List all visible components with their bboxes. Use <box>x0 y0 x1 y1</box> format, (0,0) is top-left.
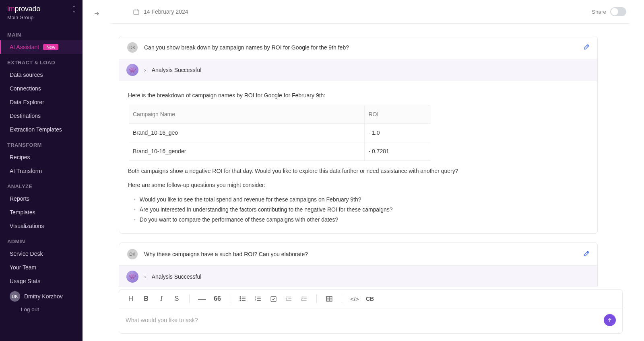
sidebar-item-data-explorer[interactable]: Data Explorer <box>0 95 83 109</box>
separator <box>189 294 190 303</box>
ordered-list-button[interactable]: 123 <box>251 293 265 305</box>
chat-scroll[interactable]: DK Can you show break down by campaign n… <box>111 24 630 287</box>
checkbox-icon <box>270 296 277 302</box>
sidebar-item-ai-transform[interactable]: AI Transform <box>0 164 83 178</box>
date-picker[interactable]: 14 February 2024 <box>111 8 188 15</box>
logout-link[interactable]: Log out <box>0 304 83 317</box>
table-button[interactable] <box>322 293 336 305</box>
strike-button[interactable]: S <box>170 293 184 305</box>
sidebar-item-label: Templates <box>10 209 35 216</box>
topbar: 14 February 2024 Share <box>111 0 630 24</box>
send-button[interactable] <box>604 314 616 326</box>
sidebar-item-usage-stats[interactable]: Usage Stats <box>0 274 83 288</box>
arrow-up-icon <box>607 317 613 323</box>
svg-point-1 <box>240 297 241 298</box>
sidebar-item-templates[interactable]: Templates <box>0 205 83 219</box>
table-row: Brand_10-16_geo - 1.0 <box>129 124 431 142</box>
logo-suffix: provado <box>15 5 41 13</box>
sidebar: improvado ⌃⌄ Main Group MAIN AI Assistan… <box>0 0 83 341</box>
section-transform: TRANSFORM <box>0 136 83 150</box>
chevron-right-icon: › <box>144 273 146 280</box>
sidebar-item-visualizations[interactable]: Visualizations <box>0 219 83 233</box>
roi-table: Campaign Name ROI Brand_10-16_geo - 1.0 … <box>129 105 431 161</box>
sidebar-item-destinations[interactable]: Destinations <box>0 109 83 123</box>
sidebar-item-data-sources[interactable]: Data sources <box>0 68 83 82</box>
sidebar-item-label: Service Desk <box>10 251 43 257</box>
composer-toolbar: H B I S — 66 123 </> CB <box>119 290 622 308</box>
sidebar-item-recipes[interactable]: Recipes <box>0 150 83 164</box>
table-icon <box>326 295 333 302</box>
cell: - 1.0 <box>364 124 431 142</box>
bullet-list-button[interactable] <box>236 293 250 305</box>
user-message-row: DK Why these campaigns have a such bad R… <box>119 243 597 266</box>
sidebar-collapse[interactable] <box>83 0 111 341</box>
svg-rect-0 <box>134 10 139 14</box>
heading-button[interactable]: H <box>124 293 138 305</box>
cell: - 0.7281 <box>364 142 431 161</box>
group-name[interactable]: Main Group <box>0 14 83 26</box>
edit-icon[interactable] <box>583 43 590 51</box>
svg-rect-7 <box>271 296 276 302</box>
th-campaign: Campaign Name <box>129 105 364 124</box>
sidebar-item-extraction-templates[interactable]: Extraction Templates <box>0 123 83 136</box>
bold-button[interactable]: B <box>139 293 153 305</box>
user-profile[interactable]: DK Dmitry Korzhov <box>0 288 83 304</box>
group-switcher-icon[interactable]: ⌃⌄ <box>72 6 76 12</box>
table-row: Brand_10-16_gender - 0.7281 <box>129 142 431 161</box>
code-button[interactable]: </> <box>348 293 361 305</box>
italic-button[interactable]: I <box>155 293 168 305</box>
checklist-button[interactable] <box>266 293 280 305</box>
message-block: DK Can you show break down by campaign n… <box>119 36 598 234</box>
cell: Brand_10-16_geo <box>129 124 364 142</box>
svg-text:3: 3 <box>255 300 256 302</box>
share-toggle[interactable] <box>610 7 626 16</box>
sidebar-item-label: Visualizations <box>10 223 44 229</box>
indent-button[interactable] <box>297 293 311 305</box>
status-row[interactable]: 👾 › Analysis Successful <box>119 59 597 81</box>
date-label: 14 February 2024 <box>144 8 188 15</box>
sidebar-item-label: Connections <box>10 85 41 92</box>
sidebar-item-label: Reports <box>10 195 29 202</box>
user-message-row: DK Can you show break down by campaign n… <box>119 36 597 59</box>
sidebar-item-service-desk[interactable]: Service Desk <box>0 247 83 261</box>
bot-answer: Here is the breakdown of campaign names … <box>119 81 597 233</box>
list-ul-icon <box>239 295 246 302</box>
sidebar-item-label: AI Transform <box>10 168 42 174</box>
outdent-button[interactable] <box>282 293 295 305</box>
status-text: Analysis Successful <box>152 67 202 73</box>
sidebar-item-ai-assistant[interactable]: AI Assistant New <box>0 40 83 54</box>
status-row[interactable]: 👾 › Analysis Successful <box>119 266 597 287</box>
separator <box>230 294 230 303</box>
sidebar-item-label: Data Explorer <box>10 99 44 105</box>
hr-button[interactable]: — <box>195 293 209 305</box>
quote-button[interactable]: 66 <box>211 293 224 305</box>
composer-input[interactable] <box>126 317 599 323</box>
codeblock-button[interactable]: CB <box>363 293 377 305</box>
user-avatar: DK <box>127 42 138 53</box>
section-admin: ADMIN <box>0 233 83 247</box>
message-block: DK Why these campaigns have a such bad R… <box>119 242 598 287</box>
sidebar-item-your-team[interactable]: Your Team <box>0 261 83 274</box>
edit-icon[interactable] <box>583 250 590 258</box>
badge-new: New <box>43 44 58 50</box>
user-avatar: DK <box>10 291 20 302</box>
th-roi: ROI <box>364 105 431 124</box>
main: 14 February 2024 Share DK Can you show b… <box>83 0 644 341</box>
sidebar-item-label: AI Assistant <box>10 44 39 50</box>
user-question: Can you show break down by campaign name… <box>144 44 349 51</box>
sidebar-item-label: Your Team <box>10 264 36 271</box>
followup-item: Are you interested in understanding the … <box>134 205 588 214</box>
indent-icon <box>300 295 308 302</box>
sidebar-item-reports[interactable]: Reports <box>0 192 83 205</box>
followups-label: Here are some follow-up questions you mi… <box>128 181 588 190</box>
list-ol-icon: 123 <box>254 295 262 302</box>
separator <box>316 294 317 303</box>
arrow-right-icon <box>93 10 100 17</box>
followup-item: Would you like to see the total spend an… <box>134 195 588 204</box>
sidebar-item-connections[interactable]: Connections <box>0 82 83 95</box>
section-extract-load: EXTRACT & LOAD <box>0 54 83 68</box>
cell: Brand_10-16_gender <box>129 142 364 161</box>
share-label: Share <box>592 9 606 15</box>
composer-input-row <box>119 308 622 333</box>
status-text: Analysis Successful <box>152 273 202 280</box>
